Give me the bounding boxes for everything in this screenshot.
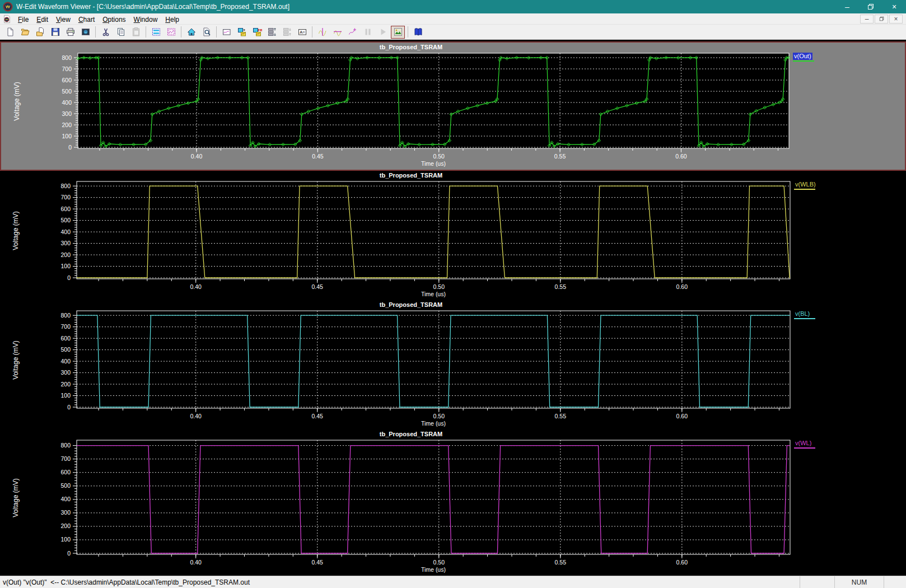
svg-text:0: 0 [67, 274, 71, 281]
svg-text:200: 200 [60, 381, 71, 388]
toolbar-separator [312, 26, 312, 38]
paste-button[interactable] [129, 26, 143, 39]
menu-file[interactable]: File [14, 15, 32, 25]
svg-text:700: 700 [60, 455, 71, 462]
text-label-button[interactable]: A= [295, 26, 309, 39]
horizontal-cursor-button[interactable] [330, 26, 344, 39]
document-icon[interactable] [2, 15, 11, 24]
mdi-close-button[interactable]: × [889, 15, 903, 24]
svg-text:800: 800 [62, 54, 72, 61]
copy-button[interactable] [114, 26, 128, 39]
overlay-charts-button[interactable] [164, 26, 178, 39]
mdi-minimize-button[interactable]: – [860, 15, 874, 24]
legend-item-vout[interactable]: v(Out) [793, 53, 814, 62]
copy-icon [116, 27, 126, 37]
svg-text:0.60: 0.60 [676, 559, 688, 566]
svg-text:0.60: 0.60 [675, 153, 687, 160]
close-button[interactable]: × [882, 0, 906, 13]
svg-text:0.40: 0.40 [190, 413, 202, 419]
svg-text:300: 300 [60, 240, 71, 246]
vertical-cursor-icon [317, 27, 328, 37]
waveform-plot-vwlb[interactable]: 01002003004005006007008000.400.450.500.5… [31, 180, 791, 300]
svg-text:400: 400 [60, 496, 71, 502]
svg-text:0.40: 0.40 [190, 283, 202, 290]
point-markers-button[interactable] [345, 26, 359, 39]
chart-pane-vout[interactable]: Voltage (mV) tb_Proposed_TSRAM 010020030… [0, 41, 906, 171]
app-logo-icon [3, 2, 13, 12]
svg-text:0: 0 [67, 550, 71, 557]
svg-text:0.55: 0.55 [555, 413, 567, 419]
menu-options[interactable]: Options [99, 15, 129, 25]
vertical-cursor-button[interactable] [315, 26, 329, 39]
chart-pane-vwlb[interactable]: Voltage (mV) tb_Proposed_TSRAM 010020030… [0, 171, 906, 300]
point-markers-icon [348, 27, 358, 37]
svg-text:400: 400 [60, 358, 71, 365]
home-view-button[interactable] [184, 26, 198, 39]
print-icon [66, 27, 76, 37]
y-axis-title: Voltage (mV) [12, 478, 20, 517]
chart-title: tb_Proposed_TSRAM [31, 300, 791, 310]
expand-rows-button[interactable] [265, 26, 279, 39]
cut-icon [101, 27, 111, 37]
svg-text:0.45: 0.45 [312, 413, 324, 419]
minimize-button[interactable]: – [835, 0, 859, 13]
svg-text:600: 600 [60, 335, 71, 342]
toolbar-separator [408, 26, 408, 38]
menu-view[interactable]: View [52, 15, 74, 25]
open-output-icon [35, 27, 45, 37]
open-output-button[interactable] [33, 26, 47, 39]
legend-item-vbl[interactable]: v(BL) [794, 310, 815, 319]
pause-button[interactable] [361, 26, 375, 39]
print-button[interactable] [63, 26, 77, 39]
save-icon [50, 27, 60, 37]
help-book-button[interactable] [411, 26, 425, 39]
menu-window[interactable]: Window [130, 15, 162, 25]
svg-text:700: 700 [60, 323, 71, 330]
waveform-plot-vwl[interactable]: 01002003004005006007008000.400.450.500.5… [31, 439, 791, 576]
legend-item-vwl[interactable]: v(WL) [794, 440, 815, 449]
waveform-plot-vbl[interactable]: 01002003004005006007008000.400.450.500.5… [31, 310, 791, 430]
title-bar: W-Edit Waveform Viewer - [C:\Users\admin… [0, 0, 906, 13]
chart-pane-vbl[interactable]: Voltage (mV) tb_Proposed_TSRAM 010020030… [0, 300, 906, 430]
restore-button[interactable] [859, 0, 882, 13]
save-button[interactable] [48, 26, 62, 39]
copy-image-button[interactable] [78, 26, 92, 39]
chart-pane-vwl[interactable]: Voltage (mV) tb_Proposed_TSRAM 010020030… [0, 430, 906, 576]
add-fft-chart-icon: FR [252, 27, 262, 37]
open-file-button[interactable] [18, 26, 32, 39]
status-pane-num: NUM [834, 576, 884, 588]
add-fft-chart-button[interactable]: FR [250, 26, 264, 39]
menu-edit[interactable]: Edit [32, 15, 52, 25]
mdi-restore-button[interactable] [875, 15, 888, 24]
chart-options-button[interactable] [220, 26, 233, 39]
svg-text:0.50: 0.50 [433, 153, 445, 160]
svg-text:0.60: 0.60 [676, 283, 688, 290]
open-file-icon [20, 27, 30, 37]
menu-chart[interactable]: Chart [74, 15, 99, 25]
legend-item-vwlb[interactable]: v(WLB) [794, 181, 817, 190]
y-axis-title: Voltage (mV) [13, 82, 21, 120]
zoom-box-button[interactable] [199, 26, 213, 39]
run-button[interactable] [376, 26, 390, 39]
tile-charts-button[interactable] [149, 26, 163, 39]
collapse-rows-button[interactable] [280, 26, 294, 39]
x-axis-title: Time (us) [421, 160, 446, 167]
x-axis-title: Time (us) [421, 566, 446, 573]
y-axis-title: Voltage (mV) [12, 211, 20, 250]
legend-color-bar [793, 60, 814, 62]
screenshot-button[interactable] [391, 26, 405, 39]
cut-button[interactable] [99, 26, 113, 39]
waveform-plot-vout[interactable]: 01002003004005006007008000.400.450.500.5… [32, 52, 790, 170]
status-pane-2 [884, 576, 906, 588]
svg-text:0.40: 0.40 [191, 153, 203, 160]
new-file-button[interactable] [3, 26, 17, 39]
svg-text:800: 800 [60, 312, 71, 319]
menu-bar: FileEditViewChartOptionsWindowHelp – × [0, 13, 906, 25]
chart-title: tb_Proposed_TSRAM [31, 430, 791, 439]
svg-text:100: 100 [62, 133, 72, 139]
add-chart-button[interactable] [235, 26, 249, 39]
menu-help[interactable]: Help [161, 15, 183, 25]
legend-color-bar [794, 447, 815, 449]
svg-text:700: 700 [62, 66, 72, 72]
expand-rows-icon [267, 27, 277, 37]
